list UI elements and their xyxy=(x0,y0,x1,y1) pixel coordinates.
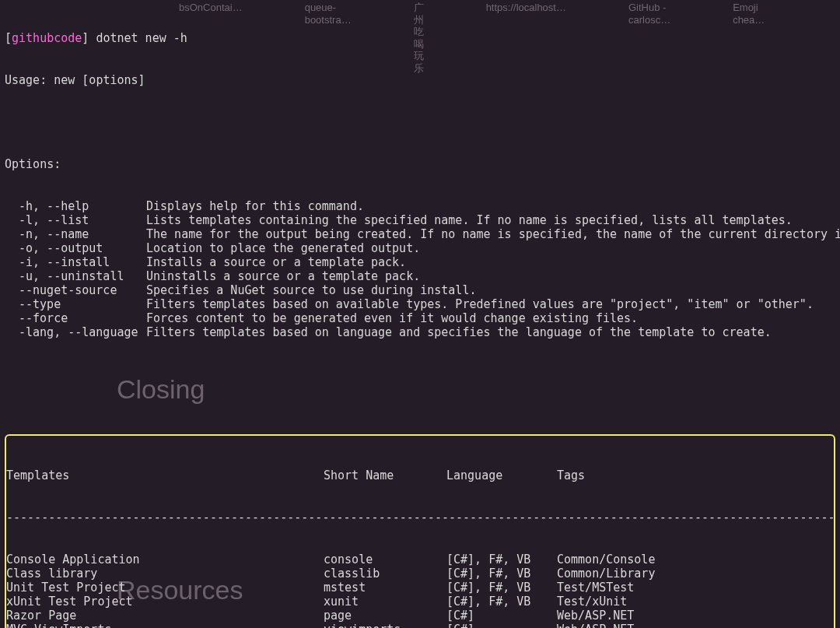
template-row: Unit Test Projectmstest[C#], F#, VBTest/… xyxy=(6,581,834,595)
terminal-output[interactable]: [githubcode] dotnet new -h Usage: new [o… xyxy=(5,3,835,628)
option-row: --nuget-sourceSpecifies a NuGet source t… xyxy=(5,283,835,297)
templates-header: Templates Short Name Language Tags xyxy=(6,468,834,482)
option-row: -lang, --languageFilters templates based… xyxy=(5,325,835,339)
options-header: Options: xyxy=(5,157,835,171)
templates-box: Templates Short Name Language Tags -----… xyxy=(5,434,835,628)
option-row: -n, --nameThe name for the output being … xyxy=(5,227,835,241)
divider: ----------------------------------------… xyxy=(6,510,834,525)
option-row: -u, --uninstallUninstalls a source or a … xyxy=(5,269,835,283)
options-list: -h, --helpDisplays help for this command… xyxy=(5,199,835,339)
template-row: Console Applicationconsole[C#], F#, VBCo… xyxy=(6,553,834,567)
option-row: -i, --installInstalls a source or a temp… xyxy=(5,255,835,269)
template-row: Razor Pagepage[C#]Web/ASP.NET xyxy=(6,609,834,623)
option-row: -l, --listLists templates containing the… xyxy=(5,213,835,227)
prompt-line: [githubcode] dotnet new -h xyxy=(5,31,835,45)
templates-list: Console Applicationconsole[C#], F#, VBCo… xyxy=(6,553,834,628)
usage-line: Usage: new [options] xyxy=(5,73,835,87)
template-row: Class libraryclasslib[C#], F#, VBCommon/… xyxy=(6,567,834,581)
option-row: --typeFilters templates based on availab… xyxy=(5,297,835,311)
template-row: MVC ViewImportsviewimports[C#]Web/ASP.NE… xyxy=(6,623,834,628)
option-row: --forceForces content to be generated ev… xyxy=(5,311,835,325)
option-row: -h, --helpDisplays help for this command… xyxy=(5,199,835,213)
template-row: xUnit Test Projectxunit[C#], F#, VBTest/… xyxy=(6,595,834,609)
option-row: -o, --outputLocation to place the genera… xyxy=(5,241,835,255)
